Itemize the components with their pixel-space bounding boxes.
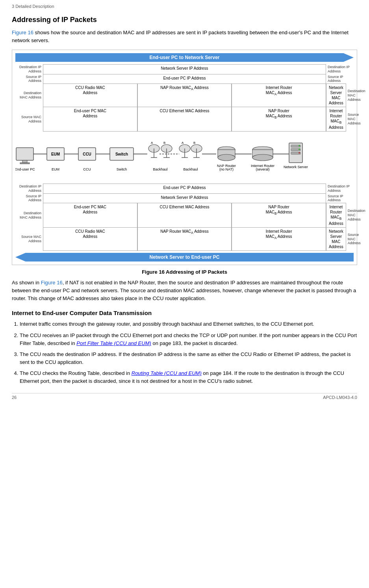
- bot-dest-mac-left-label: DestinationMAC Address: [15, 203, 43, 228]
- figure16-link-intro[interactable]: Figure 16: [12, 30, 33, 35]
- top-dest-ip-left-label: Destination IPAddress: [15, 64, 43, 74]
- top-src-ip-center: End-user PC IP Address: [43, 74, 326, 84]
- top-dest-ip-right-label: Destination IPAddress: [326, 64, 354, 74]
- top-src-mac-left-label: Source MACAddress: [15, 107, 43, 132]
- bot-src-ip-center: Network Server IP Address: [43, 193, 326, 204]
- bot-src-mac-col1: CCU Radio MACAddress: [43, 227, 137, 251]
- top-src-ip-right-label: Source IPAddress: [326, 74, 354, 84]
- svg-point-53: [299, 145, 300, 147]
- footer: 26 APCD-LM043-4.0: [12, 393, 357, 400]
- svg-text:A: A: [151, 141, 153, 145]
- svg-text:Switch: Switch: [117, 167, 127, 171]
- bot-dest-mac-col1: End-user PC MACAddress: [43, 203, 137, 228]
- bot-src-mac-col4: NetworkServer MACAddress: [326, 227, 346, 251]
- list-item-1: Internet traffic comes through the gatew…: [20, 320, 357, 328]
- bot-dest-mac-right-label: DestinationMAC Address: [346, 203, 365, 228]
- bot-dest-mac-row: DestinationMAC Address End-user PC MACAd…: [15, 203, 354, 228]
- section2-title: Internet to End-user Computer Data Trans…: [12, 310, 357, 316]
- svg-text:A: A: [182, 141, 184, 145]
- bot-src-ip-right-label: Source IPAddress: [326, 193, 354, 204]
- svg-point-45: [252, 154, 273, 161]
- bottom-banner: Network Server to End-user PC: [15, 253, 354, 262]
- svg-text:Backhaul: Backhaul: [183, 167, 198, 171]
- svg-point-54: [299, 148, 300, 150]
- svg-text:EUM: EUM: [51, 152, 60, 156]
- top-dest-mac-left-label: DestinationMAC Address: [15, 83, 43, 107]
- list-item-4: The CCU checks the Routing Table, descri…: [20, 369, 357, 385]
- top-src-ip-left-label: Source IPAddress: [15, 74, 43, 84]
- svg-point-55: [299, 152, 300, 154]
- svg-text:End-user PC: End-user PC: [15, 167, 35, 171]
- bot-src-ip-left-label: Source IPAddress: [15, 193, 43, 204]
- top-src-ip-row: Source IPAddress End-user PC IP Address …: [15, 74, 354, 84]
- section-label: 3 Detailed Description: [12, 4, 54, 9]
- bot-dest-mac-col2: CCU Ethernet MAC Address: [137, 203, 232, 228]
- svg-rect-1: [22, 160, 27, 163]
- top-banner: End-user PC to Network Server: [15, 53, 354, 62]
- body-paragraph-1: As shown in Figure 16, if NAT is not ena…: [12, 279, 357, 302]
- top-dest-mac-col2: NAP Router MACA Address: [137, 83, 232, 107]
- top-dest-ip-center: Network Server IP Address: [43, 64, 326, 74]
- top-src-mac-col1: End-user PC MACAddress: [43, 107, 137, 132]
- svg-text:B: B: [193, 141, 195, 145]
- top-src-mac-col3: NAP RouterMACB Address: [232, 107, 326, 132]
- figure-caption: Figure 16 Addressing of IP Packets: [12, 269, 357, 275]
- bot-dest-mac-col4: InternetRouter MACBAddress: [326, 203, 346, 228]
- bot-src-mac-right-label: Source MACAddress: [346, 227, 361, 251]
- section-title: Addressing of IP Packets: [12, 16, 357, 24]
- top-dest-mac-col3: Internet RouterMACA Address: [232, 83, 326, 107]
- bot-dest-ip-center: End-user PC IP Address: [43, 184, 326, 194]
- top-src-mac-col2: CCU Ethernet MAC Address: [137, 107, 232, 132]
- bot-dest-ip-right-label: Destination IPAddress: [326, 184, 354, 194]
- svg-text:(no NAT): (no NAT): [219, 167, 234, 171]
- top-src-mac-row: Source MACAddress End-user PC MACAddress…: [15, 107, 354, 132]
- figure-box: End-user PC to Network Server Destinatio…: [12, 50, 357, 265]
- diagram-svg: End-user PC EUM EUM CCU CCU Switch Switc…: [15, 136, 358, 179]
- svg-text:(several): (several): [256, 167, 269, 171]
- bot-src-mac-col3: Internet RouterMACA Address: [232, 227, 326, 251]
- svg-text:Network Server: Network Server: [284, 165, 308, 169]
- top-dest-mac-col4: NetworkServer MACAddress: [326, 83, 346, 107]
- page-number: 26: [12, 395, 17, 400]
- bot-dest-ip-left-label: Destination IPAddress: [15, 184, 43, 194]
- bottom-address-table: Destination IPAddress End-user PC IP Add…: [15, 184, 354, 251]
- figure16-link-body[interactable]: Figure 16: [41, 280, 63, 286]
- svg-text:EUM: EUM: [52, 167, 59, 171]
- list-item-3: The CCU reads the destination IP address…: [20, 351, 357, 366]
- bot-src-mac-row: Source MACAddress CCU Radio MACAddress N…: [15, 227, 354, 251]
- top-dest-mac-col1: CCU Radio MACAddress: [43, 83, 137, 107]
- numbered-list: Internet traffic comes through the gatew…: [20, 320, 357, 385]
- top-src-mac-col4: InternetRouter MACBAddress: [326, 107, 346, 132]
- top-address-table: Destination IPAddress Network Server IP …: [15, 64, 354, 132]
- svg-text:Backhaul: Backhaul: [153, 167, 167, 171]
- bot-dest-mac-col3: NAP RouterMACB Address: [232, 203, 326, 228]
- svg-rect-2: [20, 163, 30, 164]
- svg-text:B: B: [163, 141, 165, 145]
- intro-paragraph: Figure 16 shows how the source and desti…: [12, 29, 357, 44]
- svg-text:Switch: Switch: [115, 152, 128, 156]
- bot-dest-ip-row: Destination IPAddress End-user PC IP Add…: [15, 184, 354, 194]
- routing-table-link[interactable]: Routing Table (CCU and EUM): [132, 370, 202, 376]
- top-dest-ip-row: Destination IPAddress Network Server IP …: [15, 64, 354, 74]
- svg-text:CCU: CCU: [83, 167, 91, 171]
- bot-src-mac-left-label: Source MACAddress: [15, 227, 43, 251]
- page-header: 3 Detailed Description: [12, 4, 357, 9]
- port-filter-link[interactable]: Port Filter Table (CCU and EUM): [76, 340, 151, 346]
- svg-point-39: [218, 154, 235, 161]
- doc-id: APCD-LM043-4.0: [323, 395, 357, 400]
- bot-src-ip-row: Source IPAddress Network Server IP Addre…: [15, 193, 354, 204]
- top-dest-mac-right-label: DestinationMAC Address: [346, 83, 365, 107]
- list-item-2: The CCU receives an IP packet through th…: [20, 332, 357, 347]
- svg-rect-0: [16, 148, 33, 160]
- bot-src-mac-col2: NAP Router MACA Address: [137, 227, 232, 251]
- svg-text:CCU: CCU: [83, 152, 91, 156]
- network-diagram: End-user PC EUM EUM CCU CCU Switch Switc…: [15, 133, 354, 182]
- top-dest-mac-row: DestinationMAC Address CCU Radio MACAddr…: [15, 83, 354, 107]
- top-src-mac-right-label: Source MACAddress: [346, 107, 361, 132]
